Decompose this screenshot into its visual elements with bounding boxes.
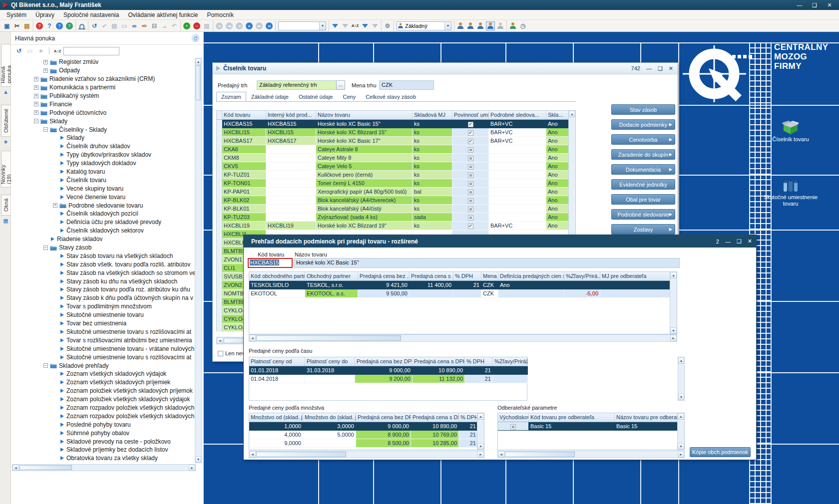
cut-icon[interactable]: ✂ [12, 21, 21, 30]
tree-item[interactable]: Zoznam rozpadov položiek všetkých sklado… [11, 412, 195, 420]
row-selector[interactable] [217, 145, 222, 154]
filter-clear-icon[interactable] [341, 21, 350, 30]
export-data-icon[interactable]: → [160, 21, 169, 30]
replace-icon[interactable]: ab [140, 21, 149, 30]
close-icon[interactable]: ✕ [669, 65, 673, 72]
close-icon[interactable]: ✕ [823, 2, 836, 8]
checkbox-icon[interactable] [510, 424, 516, 430]
search-icon[interactable]: ∞ [130, 21, 139, 30]
user-settings-icon[interactable] [456, 21, 465, 30]
profile-combobox[interactable]: Základný ▼ [397, 21, 451, 30]
tree-item[interactable]: −Číselníky - Sklady [11, 125, 195, 134]
table-row[interactable]: HXCBLI15HXCBLI15Horské kolo XC Blizzard … [217, 128, 575, 137]
tree-item[interactable]: Zoznam všetkých skladových výdajok [11, 370, 195, 378]
ellipsis-button[interactable]: ... [336, 80, 345, 90]
table-row[interactable]: EKOTOOLEKOTOOL, a.s.9 500,00CZK-5,00 [249, 289, 677, 298]
table-row[interactable]: 9,00008 500,0010 285,0021 [249, 439, 484, 448]
tab-ostatn-daje[interactable]: Ostatné údaje [294, 92, 338, 102]
user-edit-icon[interactable] [466, 21, 475, 30]
filter-remove-icon[interactable] [371, 21, 380, 30]
tree-item[interactable]: Zoznam položiek všetkých skladových príj… [11, 387, 195, 395]
tree-item[interactable]: +Podvojné účtovníctvo [11, 108, 195, 117]
menu-active-function[interactable]: Ovládanie aktívnej funkcie [123, 10, 202, 19]
tree-item[interactable]: Tovar s podlimitným množstvom [11, 302, 195, 311]
column-header[interactable]: Kód obchodného partn... [249, 272, 305, 280]
row-selector[interactable] [217, 315, 222, 323]
tree-item[interactable]: Skutočné umiestnenie tovaru - vrátane nu… [11, 344, 195, 353]
column-header[interactable]: Predajná cena bez ... [358, 272, 410, 280]
user-desktop-icon[interactable] [476, 21, 485, 30]
tree-item[interactable]: Katalóg tovaru [11, 168, 195, 176]
table-vertical-scrollbar[interactable]: ▲▼ [477, 413, 484, 450]
tree-item[interactable]: Stav zásob na všetkých skladoch so strom… [11, 268, 195, 277]
side-button-zostavy[interactable]: Zostavy▶ [611, 224, 675, 235]
tree-item[interactable]: Sklady [11, 134, 195, 142]
expand-icon[interactable]: − [34, 119, 38, 123]
tree-item[interactable]: Stavy zásob k dňu podľa účtovných skupín… [11, 294, 195, 302]
tree-vertical-scrollbar[interactable]: ▲ ▼ [195, 58, 202, 463]
row-selector[interactable] [217, 255, 222, 264]
column-header[interactable]: Interný kód prod... [266, 111, 316, 119]
expand-icon[interactable]: + [34, 94, 38, 98]
tree-item[interactable]: Skutočné umiestnenie tovaru s rozlišovac… [11, 353, 195, 361]
column-header[interactable]: Definícia predajných cien s ... [498, 272, 564, 280]
qty-prices-horizontal-scrollbar[interactable]: ◄ ► [249, 451, 484, 458]
table-row[interactable]: KP-BLK02Blok kancelářský (A4/čtvereček)k… [217, 196, 575, 205]
tree-item[interactable]: Skladové prevody na ceste - položkovo [11, 437, 195, 446]
user-import-icon[interactable] [508, 21, 517, 30]
row-selector[interactable] [217, 171, 222, 179]
menu-edit[interactable]: Úpravy [31, 10, 59, 19]
close-icon[interactable]: ✕ [748, 238, 752, 245]
row-selector[interactable] [217, 247, 222, 255]
partners-horizontal-scrollbar[interactable]: ◄ ► [249, 334, 677, 342]
column-header[interactable]: Množstvo od (sklad. j.) [249, 413, 303, 422]
column-header[interactable]: Názov tovaru [316, 111, 413, 119]
minimize-icon[interactable]: — [646, 65, 652, 71]
add-record-icon[interactable]: + [182, 21, 191, 30]
next-record-icon[interactable]: ▶ [245, 21, 254, 30]
checkbox-icon[interactable] [468, 190, 473, 195]
checkbox-icon[interactable] [468, 156, 473, 161]
tree-item[interactable]: +Riadenie vzťahov so zákazníkmi (CRM) [11, 75, 195, 83]
filter-sort-icon[interactable] [361, 21, 370, 30]
column-header[interactable]: Predajná cena s ... [410, 272, 453, 280]
prev-page-icon[interactable]: ◀◀ [225, 21, 234, 30]
side-button-cenotvorba[interactable]: Cenotvorba▶ [611, 134, 675, 145]
row-selector[interactable] [217, 298, 222, 306]
table-row[interactable]: KP-TUZ03Zvýrazňovač (sada 4 ks)sadaAno [217, 213, 575, 222]
delete-record-icon[interactable]: − [192, 21, 201, 30]
window-icon[interactable]: ▭ [25, 46, 34, 55]
tree-item[interactable]: Zoznam položiek všetkých skladových výda… [11, 395, 195, 404]
row-selector[interactable] [217, 272, 222, 281]
tree-item[interactable]: Číselník druhov skladov [11, 142, 195, 151]
row-selector[interactable] [217, 239, 222, 247]
side-button-obal-pre-tovar[interactable]: Obal pre tovar [611, 194, 675, 205]
column-header[interactable]: % DPH [465, 357, 493, 366]
row-selector[interactable] [217, 213, 222, 222]
checkbox-icon[interactable] [468, 173, 473, 178]
next-page-icon[interactable]: ▶▶ [255, 21, 264, 30]
tree-item[interactable]: +Odpady [11, 66, 195, 75]
expand-icon[interactable]: + [34, 102, 38, 106]
checkbox-icon[interactable] [468, 215, 473, 221]
menu-help[interactable]: Pomocník [203, 10, 238, 19]
tree-item[interactable]: Stavy zásob tovaru podľa roz. atribútov … [11, 285, 195, 294]
row-selector[interactable] [217, 120, 222, 128]
side-button-eviden-n-jednotky[interactable]: Evidenčné jednotky [611, 179, 675, 190]
column-header[interactable]: Mena [481, 272, 498, 280]
column-header[interactable]: %Zľavy/Prirážky [493, 357, 528, 366]
expand-icon[interactable]: + [34, 110, 38, 115]
side-button-zaradenie-do-skup-n[interactable]: Zaradenie do skupín▶ [611, 149, 675, 160]
sort-az-icon[interactable]: A↕Z [351, 21, 360, 30]
tree-item[interactable]: +Komunikácia s partnermi [11, 83, 195, 92]
minimize-icon[interactable]: — [725, 239, 731, 245]
checkbox-icon[interactable]: ✔ [468, 224, 473, 229]
sidebar-tab-news[interactable]: Novinky (19) [1, 151, 10, 188]
table-row[interactable]: HXCBAS15HXCBAS15Horské kolo XC Basic 15"… [217, 120, 575, 128]
column-header[interactable]: Platnosť ceny od [249, 357, 305, 366]
column-header[interactable]: % DPH [459, 413, 478, 422]
modal-titlebar[interactable]: Prehľad dodacích podmienok pri predaji t… [244, 235, 756, 248]
tab-celkov-stavy-z-sob[interactable]: Celkové stavy zásob [361, 92, 421, 102]
desktop-icon-ciselnik-tovaru[interactable]: Číselník tovaru [763, 121, 818, 143]
menu-shared-settings[interactable]: Spoločné nastavenia [59, 10, 123, 19]
